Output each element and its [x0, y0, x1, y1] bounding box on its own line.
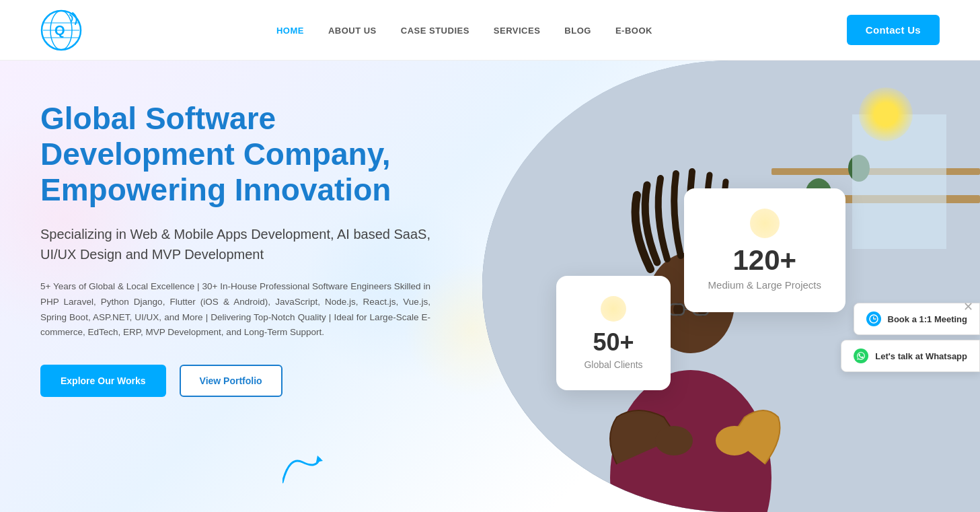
nav-link-services[interactable]: SERVICES	[494, 26, 541, 36]
stat-number-clients: 50+	[578, 328, 649, 357]
svg-text:Q: Q	[54, 23, 65, 38]
svg-point-21	[716, 426, 753, 455]
hero-subtitle: Specializing in Web & Mobile Apps Develo…	[40, 224, 430, 264]
card-circle-large	[750, 209, 780, 238]
nav-item-blog[interactable]: BLOG	[564, 24, 591, 36]
nav-item-home[interactable]: HOME	[276, 24, 304, 36]
contact-us-button[interactable]: Contact Us	[847, 15, 940, 45]
stat-number-projects: 120+	[708, 245, 821, 276]
yellow-glow	[859, 87, 913, 141]
hero-buttons: Explore Our Works View Portfolio	[40, 365, 430, 397]
explore-works-button[interactable]: Explore Our Works	[40, 365, 166, 397]
book-meeting-label: Book a 1:1 Meeting	[888, 314, 967, 324]
hero-image-area: 120+ Medium & Large Projects 50+ Global …	[469, 61, 980, 512]
nav-link-about[interactable]: ABOUT US	[328, 26, 377, 36]
logo-area: Q	[40, 9, 82, 51]
navbar: Q HOME ABOUT US CASE STUDIES SERVICES BL…	[0, 0, 980, 61]
stat-card-clients: 50+ Global Clients	[556, 276, 671, 390]
svg-point-20	[655, 426, 693, 455]
nav-item-services[interactable]: SERVICES	[494, 24, 541, 36]
arrow-decoration	[282, 455, 323, 492]
hero-section: Global Software Development Company, Emp…	[0, 61, 980, 512]
nav-item-case-studies[interactable]: CASE STUDIES	[401, 24, 469, 36]
nav-item-about[interactable]: ABOUT US	[328, 24, 377, 36]
hero-description: 5+ Years of Global & Local Excellence | …	[40, 279, 430, 341]
stat-card-projects: 120+ Medium & Large Projects	[684, 188, 845, 312]
close-button[interactable]: ✕	[963, 299, 973, 314]
card-circle-small	[601, 296, 626, 322]
whatsapp-label: Let's talk at Whatsapp	[875, 351, 967, 361]
view-portfolio-button[interactable]: View Portfolio	[180, 365, 282, 397]
hero-content: Global Software Development Company, Emp…	[0, 61, 471, 424]
qtec-logo: Q	[40, 9, 82, 51]
svg-marker-6	[316, 455, 323, 462]
stat-label-projects: Medium & Large Projects	[708, 279, 821, 292]
nav-link-case-studies[interactable]: CASE STUDIES	[401, 26, 469, 36]
calendar-icon	[866, 312, 881, 326]
whatsapp-button[interactable]: Let's talk at Whatsapp	[841, 340, 980, 372]
nav-link-blog[interactable]: BLOG	[564, 26, 591, 36]
stat-label-clients: Global Clients	[578, 359, 649, 370]
whatsapp-icon	[854, 349, 868, 363]
nav-link-ebook[interactable]: E-BOOK	[615, 26, 652, 36]
hero-title: Global Software Development Company, Emp…	[40, 101, 430, 208]
nav-links: HOME ABOUT US CASE STUDIES SERVICES BLOG…	[276, 24, 652, 36]
nav-link-home[interactable]: HOME	[276, 26, 304, 36]
nav-item-ebook[interactable]: E-BOOK	[615, 24, 652, 36]
book-meeting-button[interactable]: Book a 1:1 Meeting	[854, 303, 980, 335]
